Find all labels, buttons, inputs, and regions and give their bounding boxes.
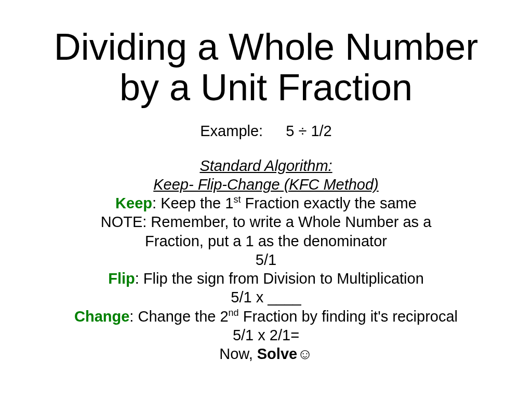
- note-line-1: NOTE: Remember, to write a Whole Number …: [101, 214, 432, 230]
- change-ordinal: nd: [229, 308, 239, 318]
- algorithm-heading-line-1: Standard Algorithm:: [200, 157, 332, 174]
- flip-text: : Flip the sign from Division to Multipl…: [135, 270, 424, 287]
- solve-text: Solve: [257, 345, 297, 362]
- change-expression: 5/1 x 2/1=: [233, 327, 299, 343]
- title-line-1: Dividing a Whole Number: [54, 26, 478, 68]
- example-line: Example: 5 ÷ 1/2: [200, 123, 331, 140]
- title-line-2: by a Unit Fraction: [119, 66, 413, 108]
- example-expression: 5 ÷ 1/2: [286, 123, 331, 139]
- flip-keyword: Flip: [108, 270, 135, 287]
- slide: Dividing a Whole Number by a Unit Fracti…: [0, 0, 532, 399]
- change-text-a: : Change the 2: [129, 308, 228, 325]
- keep-keyword: Keep: [115, 195, 152, 211]
- change-keyword: Change: [74, 308, 129, 325]
- example-label: Example:: [200, 123, 263, 140]
- note-line-2: Fraction, put a 1 as the denominator: [145, 233, 387, 249]
- fraction-5-over-1: 5/1: [256, 251, 276, 268]
- slide-title: Dividing a Whole Number by a Unit Fracti…: [54, 27, 478, 108]
- body-text: Keep: Keep the 1st Fraction exactly the …: [74, 194, 458, 363]
- algorithm-heading-line-2: Keep- Flip-Change (KFC Method): [153, 176, 379, 193]
- smiley-icon: ☺: [297, 345, 313, 362]
- change-text-b: Fraction by finding it's reciprocal: [239, 308, 458, 325]
- keep-text-b: Fraction exactly the same: [241, 195, 416, 211]
- flip-expression: 5/1 x ____: [231, 289, 301, 305]
- keep-ordinal: st: [233, 194, 241, 205]
- now-text: Now,: [219, 345, 257, 362]
- keep-text-a: Keep the 1: [161, 195, 233, 211]
- keep-colon: :: [152, 195, 161, 211]
- algorithm-heading: Standard Algorithm: Keep- Flip-Change (K…: [153, 156, 379, 194]
